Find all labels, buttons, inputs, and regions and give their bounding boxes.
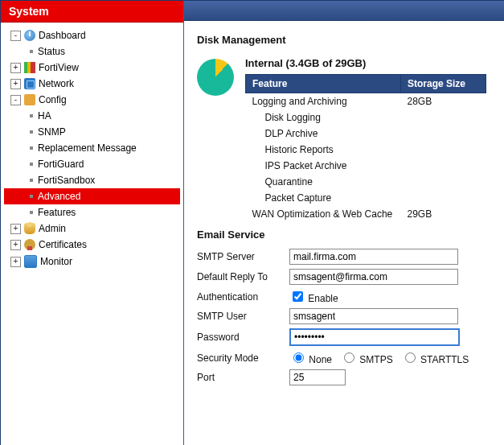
bullet-icon [30, 50, 33, 53]
security-radio[interactable] [405, 352, 416, 363]
nav-tree: -DashboardStatus+FortiView+Network-Confi… [1, 23, 183, 275]
smtp-server-label: SMTP Server [197, 251, 289, 262]
expand-toggle-icon[interactable]: + [10, 79, 21, 89]
col-storage-size: Storage Size [401, 75, 486, 93]
nav-label: Certificates [39, 239, 87, 250]
table-row: Historic Reports [246, 142, 486, 158]
security-radio[interactable] [344, 352, 354, 363]
feature-cell: Disk Logging [246, 109, 401, 126]
nav-label: SNMP [38, 126, 66, 138]
nav-item-monitor[interactable]: +Monitor [4, 253, 180, 270]
nav-item-features[interactable]: Features [4, 204, 180, 220]
size-cell: 28GB [401, 93, 486, 110]
cert-icon [24, 239, 35, 250]
security-radio[interactable] [293, 352, 304, 363]
password-input[interactable] [289, 328, 460, 346]
size-cell [401, 126, 486, 142]
feature-cell: Logging and Archiving [246, 93, 401, 110]
nav-item-status[interactable]: Status [4, 43, 180, 60]
smtp-user-input[interactable] [289, 308, 458, 324]
nav-label: Replacement Message [38, 142, 137, 154]
nav-label: FortiSandbox [38, 175, 95, 186]
col-feature: Feature [246, 75, 401, 93]
disk-title: Internal (3.4GB of 29GB) [245, 57, 486, 69]
email-service-heading: Email Service [197, 229, 492, 241]
size-cell [401, 142, 486, 158]
table-row: IPS Packet Archive [246, 158, 486, 174]
size-cell [401, 190, 486, 206]
nav-item-snmp[interactable]: SNMP [4, 124, 180, 140]
disk-table: Feature Storage Size Logging and Archivi… [245, 74, 486, 222]
table-row: Logging and Archiving28GB [246, 93, 486, 110]
admin-icon [24, 223, 35, 234]
nav-label: FortiGuard [38, 159, 84, 170]
bullet-icon [30, 211, 33, 214]
bullet-icon [30, 163, 33, 166]
reply-to-label: Default Reply To [197, 271, 289, 282]
expand-toggle-icon[interactable]: - [10, 31, 21, 41]
table-row: WAN Optimization & Web Cache29GB [246, 206, 486, 222]
feature-cell: DLP Archive [246, 126, 401, 142]
sidebar-title: System [1, 1, 183, 23]
smtp-server-input[interactable] [289, 249, 458, 265]
feature-cell: Historic Reports [246, 142, 401, 158]
port-input[interactable] [289, 369, 346, 385]
nav-item-fortiguard[interactable]: FortiGuard [4, 156, 180, 172]
table-row: DLP Archive [246, 126, 486, 142]
bullet-icon [30, 179, 33, 182]
feature-cell: IPS Packet Archive [246, 158, 401, 174]
config-icon [24, 94, 35, 105]
security-mode-label: Security Mode [197, 352, 289, 364]
sidebar: System -DashboardStatus+FortiView+Networ… [1, 1, 184, 445]
port-label: Port [197, 372, 289, 383]
bullet-icon [30, 195, 33, 198]
bullet-icon [30, 146, 33, 150]
reply-to-input[interactable] [289, 269, 458, 285]
bullet-icon [30, 130, 33, 134]
nav-label: Config [39, 94, 67, 105]
fortiview-icon [24, 62, 35, 73]
disk-usage-pie-icon [197, 59, 234, 96]
nav-item-fortiview[interactable]: +FortiView [4, 60, 180, 76]
size-cell [401, 109, 486, 126]
nav-label: FortiView [39, 62, 79, 73]
security-option-smtps[interactable]: SMTPS [340, 354, 393, 365]
expand-toggle-icon[interactable]: + [10, 240, 21, 250]
feature-cell: Packet Capture [246, 190, 401, 206]
password-label: Password [197, 332, 289, 343]
size-cell [401, 158, 486, 174]
nav-item-ha[interactable]: HA [4, 108, 180, 124]
nav-label: Dashboard [39, 30, 86, 41]
nav-item-admin[interactable]: +Admin [4, 220, 180, 237]
expand-toggle-icon[interactable]: + [10, 224, 21, 234]
nav-item-fortisandbox[interactable]: FortiSandbox [4, 172, 180, 188]
security-option-starttls[interactable]: STARTTLS [401, 354, 469, 365]
nav-item-replacement-message[interactable]: Replacement Message [4, 140, 180, 156]
feature-cell: Quarantine [246, 174, 401, 190]
security-option-none[interactable]: None [289, 354, 332, 365]
nav-label: Features [38, 207, 76, 218]
nav-label: Status [38, 46, 65, 57]
content-pane: Disk Management Internal (3.4GB of 29GB)… [184, 1, 504, 445]
size-cell [401, 174, 486, 190]
size-cell: 29GB [401, 206, 486, 222]
nav-item-advanced[interactable]: Advanced [4, 188, 180, 204]
nav-item-certificates[interactable]: +Certificates [4, 237, 180, 253]
expand-toggle-icon[interactable]: - [10, 95, 21, 105]
content-header-bar [184, 1, 504, 21]
table-row: Disk Logging [246, 109, 486, 126]
nav-item-dashboard[interactable]: -Dashboard [4, 27, 180, 43]
authentication-label: Authentication [197, 291, 289, 303]
nav-label: HA [38, 110, 51, 122]
nav-label: Monitor [40, 256, 72, 267]
nav-label: Network [39, 78, 74, 89]
nav-item-network[interactable]: +Network [4, 76, 180, 92]
feature-cell: WAN Optimization & Web Cache [246, 206, 401, 222]
smtp-user-label: SMTP User [197, 311, 289, 322]
nav-item-config[interactable]: -Config [4, 92, 180, 108]
expand-toggle-icon[interactable]: + [10, 63, 21, 73]
expand-toggle-icon[interactable]: + [10, 257, 21, 267]
monitor-icon [24, 255, 37, 268]
auth-enable-checkbox[interactable] [293, 291, 303, 302]
bullet-icon [30, 114, 33, 117]
